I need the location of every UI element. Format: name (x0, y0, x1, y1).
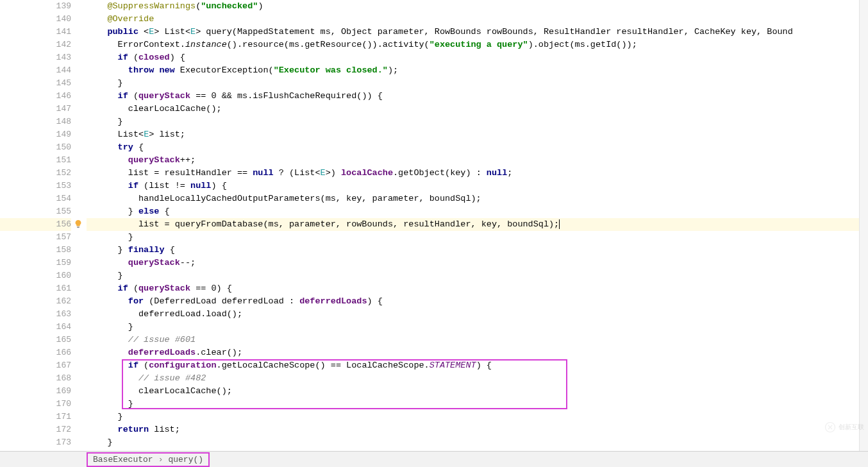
line-number[interactable]: 160 (0, 269, 71, 282)
line-number[interactable]: 153 (0, 180, 71, 192)
code-line[interactable]: } (87, 321, 859, 334)
code-line[interactable]: } (87, 398, 859, 411)
editor-container: 1391401411421431441451461471481491501511… (0, 0, 868, 467)
line-number[interactable]: 148 (0, 115, 71, 128)
line-number[interactable]: 139 (0, 0, 71, 13)
line-number[interactable]: 142 (0, 38, 71, 51)
code-line[interactable]: // issue #601 (87, 334, 859, 346)
code-line[interactable]: if (closed) { (87, 51, 859, 64)
line-number[interactable]: 171 (0, 411, 71, 423)
code-line[interactable]: clearLocalCache(); (87, 103, 859, 115)
code-line[interactable]: } (87, 77, 859, 90)
code-line[interactable]: } (87, 115, 859, 128)
code-line[interactable]: clearLocalCache(); (87, 385, 859, 398)
code-line[interactable]: List<E> list; (87, 128, 859, 141)
code-area[interactable]: 1391401411421431441451461471481491501511… (0, 0, 868, 451)
code-line[interactable]: } else { (87, 205, 859, 218)
code-line[interactable]: } (87, 269, 859, 282)
line-number[interactable]: 161 (0, 282, 71, 295)
line-number[interactable]: 155 (0, 205, 71, 218)
breadcrumb-highlight-box: BaseExecutor › query() (87, 452, 210, 467)
code-line[interactable]: if (list != null) { (87, 180, 859, 192)
code-line[interactable]: queryStack++; (87, 154, 859, 167)
breadcrumb-bar: BaseExecutor › query() (0, 451, 868, 467)
line-number[interactable]: 145 (0, 77, 71, 90)
line-number[interactable]: 149 (0, 128, 71, 141)
code-line[interactable]: if (queryStack == 0) { (87, 282, 859, 295)
breadcrumb-method[interactable]: query() (168, 455, 203, 464)
code-line[interactable]: for (DeferredLoad deferredLoad : deferre… (87, 295, 859, 308)
code-line[interactable]: } finally { (87, 244, 859, 257)
text-caret (559, 219, 560, 229)
code-line[interactable]: } (87, 436, 859, 449)
line-number[interactable]: 166 (0, 346, 71, 359)
line-number[interactable]: 162 (0, 295, 71, 308)
code-line[interactable]: // issue #482 (87, 372, 859, 385)
code-line[interactable]: public <E> List<E> query(MappedStatement… (87, 26, 859, 38)
line-number[interactable]: 172 (0, 423, 71, 436)
intention-bulb-icon[interactable] (74, 219, 83, 228)
line-number[interactable]: 144 (0, 64, 71, 77)
code-line[interactable]: return list; (87, 423, 859, 436)
line-number[interactable]: 157 (0, 231, 71, 244)
code-content[interactable]: @SuppressWarnings("unchecked") @Override… (87, 0, 859, 451)
line-number[interactable]: 170 (0, 398, 71, 411)
vertical-scrollbar[interactable] (859, 0, 868, 451)
line-number[interactable]: 151 (0, 154, 71, 167)
line-number[interactable]: 167 (0, 359, 71, 372)
line-number[interactable]: 165 (0, 334, 71, 346)
code-line[interactable]: handleLocallyCachedOutputParameters(ms, … (87, 192, 859, 205)
code-line[interactable]: throw new ExecutorException("Executor wa… (87, 64, 859, 77)
line-number[interactable]: 164 (0, 321, 71, 334)
line-number[interactable]: 152 (0, 167, 71, 180)
code-line[interactable]: if (configuration.getLocalCacheScope() =… (87, 359, 859, 372)
line-number[interactable]: 169 (0, 385, 71, 398)
line-number[interactable]: 150 (0, 141, 71, 154)
code-line[interactable]: ErrorContext.instance().resource(ms.getR… (87, 38, 859, 51)
line-number[interactable]: 156 (0, 218, 71, 231)
line-number[interactable]: 143 (0, 51, 71, 64)
line-number[interactable]: 146 (0, 90, 71, 103)
code-line[interactable]: } (87, 231, 859, 244)
breadcrumb-class[interactable]: BaseExecutor (93, 455, 153, 464)
code-line[interactable]: deferredLoads.clear(); (87, 346, 859, 359)
line-number[interactable]: 154 (0, 192, 71, 205)
line-number[interactable]: 173 (0, 436, 71, 449)
line-number-gutter[interactable]: 1391401411421431441451461471481491501511… (0, 0, 87, 451)
code-line[interactable]: list = resultHandler == null ? (List<E>)… (87, 167, 859, 180)
code-line[interactable]: @Override (87, 13, 859, 26)
svg-rect-0 (77, 226, 79, 228)
code-line[interactable]: list = queryFromDatabase(ms, parameter, … (87, 218, 859, 231)
line-number[interactable]: 159 (0, 257, 71, 269)
code-line[interactable]: queryStack--; (87, 257, 859, 269)
code-line[interactable]: if (queryStack == 0 && ms.isFlushCacheRe… (87, 90, 859, 103)
line-number[interactable]: 168 (0, 372, 71, 385)
breadcrumb-separator: › (158, 455, 163, 464)
line-number[interactable]: 163 (0, 308, 71, 321)
line-number[interactable]: 141 (0, 26, 71, 38)
line-number[interactable]: 140 (0, 13, 71, 26)
line-number[interactable]: 158 (0, 244, 71, 257)
code-line[interactable]: @SuppressWarnings("unchecked") (87, 0, 859, 13)
line-number[interactable]: 147 (0, 103, 71, 115)
code-line[interactable]: deferredLoad.load(); (87, 308, 859, 321)
code-line[interactable]: try { (87, 141, 859, 154)
code-line[interactable]: } (87, 411, 859, 423)
